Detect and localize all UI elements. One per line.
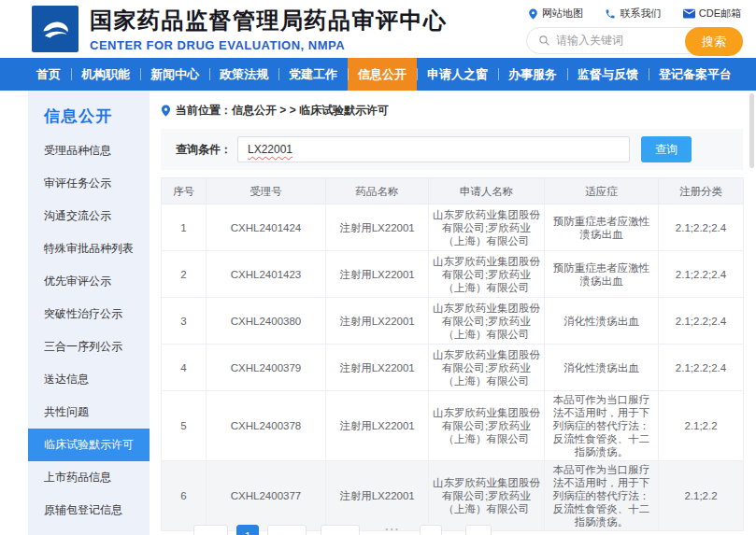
- search-button[interactable]: 搜索: [685, 27, 743, 56]
- table-cell: 预防重症患者应激性溃疡出血: [545, 251, 659, 298]
- query-input[interactable]: LX22001: [237, 136, 630, 162]
- table-cell: 山东罗欣药业集团股份有限公司;罗欣药业（上海）有限公司: [429, 345, 545, 391]
- site-titles: 国家药品监督管理局药品审评中心 CENTER FOR DRUG EVALUATI…: [90, 6, 448, 52]
- sidebar-item-1[interactable]: 受理品种信息: [28, 134, 150, 167]
- scrollbar-thumb[interactable]: [749, 93, 754, 168]
- table-cell: 注射用LX22001: [326, 345, 429, 391]
- main-content: 当前位置：信息公开 > > 临床试验默示许可 查询条件： LX22001 查询 …: [161, 91, 743, 531]
- quick-link-label: 网站地图: [542, 7, 583, 21]
- table-cell: CXHL2400377: [207, 461, 326, 531]
- swan-logo-icon: [37, 11, 73, 47]
- nav-item-6[interactable]: 信息公开: [348, 58, 417, 91]
- breadcrumb-text: 当前位置：信息公开 > > 临床试验默示许可: [176, 103, 389, 119]
- quick-link-1[interactable]: 网站地图: [528, 7, 583, 21]
- nav-item-7[interactable]: 申请人之窗: [417, 58, 498, 91]
- sidebar-item-2[interactable]: 审评任务公示: [28, 167, 150, 200]
- table-cell: 2.1;2.2;2.4: [659, 298, 744, 345]
- sidebar-item-3[interactable]: 沟通交流公示: [28, 200, 150, 232]
- table-cell: 3: [162, 298, 207, 345]
- sidebar-item-5[interactable]: 优先审评公示: [28, 265, 150, 298]
- pagination: 1⋯: [193, 525, 500, 535]
- table-cell: CXHL2400380: [207, 298, 326, 345]
- table-cell: 预防重症患者应激性溃疡出血: [545, 204, 659, 251]
- pagination-button-next[interactable]: [267, 525, 307, 535]
- table-cell: 6: [162, 461, 207, 531]
- table-cell: CXHL2400379: [207, 345, 326, 391]
- sidebar-item-12[interactable]: 原辅包登记信息: [28, 494, 150, 527]
- pagination-go-button[interactable]: [465, 525, 492, 535]
- nav-item-8[interactable]: 办事服务: [498, 58, 567, 91]
- sidebar-item-4[interactable]: 特殊审批品种列表: [28, 232, 150, 265]
- table-cell: 消化性溃疡出血: [545, 298, 659, 345]
- table-cell: 注射用LX22001: [326, 298, 429, 345]
- table-cell: 本品可作为当口服疗法不适用时，用于下列病症的替代疗法：反流性食管炎、十二指肠溃疡…: [545, 391, 659, 461]
- table-cell: 2: [162, 251, 207, 298]
- table-cell: CXHL2401424: [207, 204, 326, 251]
- nav-item-10[interactable]: 登记备案平台: [649, 58, 742, 91]
- table-cell: 本品可作为当口服疗法不适用时，用于下列病症的替代疗法：反流性食管炎、十二指肠溃疡…: [545, 461, 659, 531]
- nav-item-2[interactable]: 机构职能: [71, 58, 140, 91]
- table-cell: 2.1;2.2: [659, 391, 744, 461]
- table-cell: 5: [162, 391, 207, 461]
- table-cell: CXHL2400378: [207, 391, 326, 461]
- table-cell: 山东罗欣药业集团股份有限公司;罗欣药业（上海）有限公司: [429, 391, 545, 461]
- nav-item-1[interactable]: 首页: [26, 58, 71, 91]
- site-title: 国家药品监督管理局药品审评中心: [90, 6, 448, 35]
- sidebar-item-8[interactable]: 送达信息: [28, 363, 150, 396]
- table-cell: 2.1;2.2;2.4: [659, 251, 744, 298]
- table-header-row: 序号受理号药品名称申请人名称适应症注册分类: [162, 178, 744, 204]
- quick-link-2[interactable]: 联系我们: [605, 7, 661, 21]
- pagination-page-active[interactable]: 1: [236, 525, 259, 535]
- table-cell: 2.1;2.2: [659, 461, 744, 531]
- nav-item-5[interactable]: 党建工作: [278, 58, 348, 91]
- breadcrumb: 当前位置：信息公开 > > 临床试验默示许可: [161, 103, 743, 119]
- table-cell: 注射用LX22001: [326, 251, 429, 298]
- table-cell: 4: [162, 345, 207, 391]
- table-cell: 山东罗欣药业集团股份有限公司;罗欣药业（上海）有限公司: [429, 251, 545, 298]
- nav-item-9[interactable]: 监督与反馈: [567, 58, 649, 91]
- main-nav: 首页机构职能新闻中心政策法规党建工作信息公开申请人之窗办事服务监督与反馈登记备案…: [0, 58, 756, 91]
- table-row: 2CXHL2401423注射用LX22001山东罗欣药业集团股份有限公司;罗欣药…: [162, 251, 744, 298]
- sidebar-item-6[interactable]: 突破性治疗公示: [28, 298, 150, 331]
- table-row: 5CXHL2400378注射用LX22001山东罗欣药业集团股份有限公司;罗欣药…: [162, 391, 744, 461]
- sidebar-item-9[interactable]: 共性问题: [28, 396, 150, 429]
- quick-links: 网站地图联系我们CDE邮箱: [526, 7, 743, 21]
- sidebar-item-11[interactable]: 上市药品信息: [28, 461, 150, 494]
- search-icon: [538, 35, 550, 47]
- column-header: 申请人名称: [429, 178, 545, 204]
- nav-item-4[interactable]: 政策法规: [209, 58, 278, 91]
- sidebar-item-7[interactable]: 三合一序列公示: [28, 331, 150, 363]
- column-header: 药品名称: [326, 178, 429, 204]
- site-header: 国家药品监督管理局药品审评中心 CENTER FOR DRUG EVALUATI…: [0, 0, 756, 58]
- column-header: 受理号: [207, 178, 326, 204]
- pagination-jump-box[interactable]: [420, 525, 442, 535]
- sidebar-item-10[interactable]: 临床试验默示许可: [28, 429, 150, 461]
- quick-link-3[interactable]: CDE邮箱: [683, 7, 741, 21]
- sidebar-title: 信息公开: [28, 91, 150, 134]
- table-cell: 山东罗欣药业集团股份有限公司;罗欣药业（上海）有限公司: [429, 204, 545, 251]
- query-value: LX22001: [248, 143, 292, 156]
- table-cell: 山东罗欣药业集团股份有限公司;罗欣药业（上海）有限公司: [429, 461, 545, 531]
- table-row: 6CXHL2400377注射用LX22001山东罗欣药业集团股份有限公司;罗欣药…: [162, 461, 744, 531]
- table-cell: CXHL2401423: [207, 251, 326, 298]
- nav-item-3[interactable]: 新闻中心: [140, 58, 209, 91]
- column-header: 适应症: [545, 178, 659, 204]
- site-search-input[interactable]: 请输入关键词 搜索: [526, 27, 743, 54]
- pagination-button-last[interactable]: [321, 525, 360, 535]
- query-button[interactable]: 查询: [641, 136, 692, 162]
- sidebar-item-13[interactable]: 药品目录集信息: [28, 527, 150, 535]
- pagination-button-prev[interactable]: [193, 525, 228, 535]
- pagination-ellipsis: ⋯: [379, 525, 404, 535]
- table-row: 4CXHL2400379注射用LX22001山东罗欣药业集团股份有限公司;罗欣药…: [162, 345, 744, 391]
- table-row: 3CXHL2400380注射用LX22001山东罗欣药业集团股份有限公司;罗欣药…: [162, 298, 744, 345]
- sidebar: 信息公开 受理品种信息审评任务公示沟通交流公示特殊审批品种列表优先审评公示突破性…: [28, 91, 150, 535]
- column-header: 序号: [162, 178, 207, 204]
- location-pin-icon: [161, 105, 171, 117]
- site-subtitle: CENTER FOR DRUG EVALUATION, NMPA: [90, 38, 448, 52]
- table-cell: 消化性溃疡出血: [545, 345, 659, 391]
- sidebar-items: 受理品种信息审评任务公示沟通交流公示特殊审批品种列表优先审评公示突破性治疗公示三…: [28, 134, 150, 535]
- location-pin-icon: [528, 8, 538, 20]
- quick-link-label: CDE邮箱: [699, 7, 741, 21]
- query-panel: 查询条件： LX22001 查询: [161, 129, 743, 170]
- table-cell: 注射用LX22001: [326, 391, 429, 461]
